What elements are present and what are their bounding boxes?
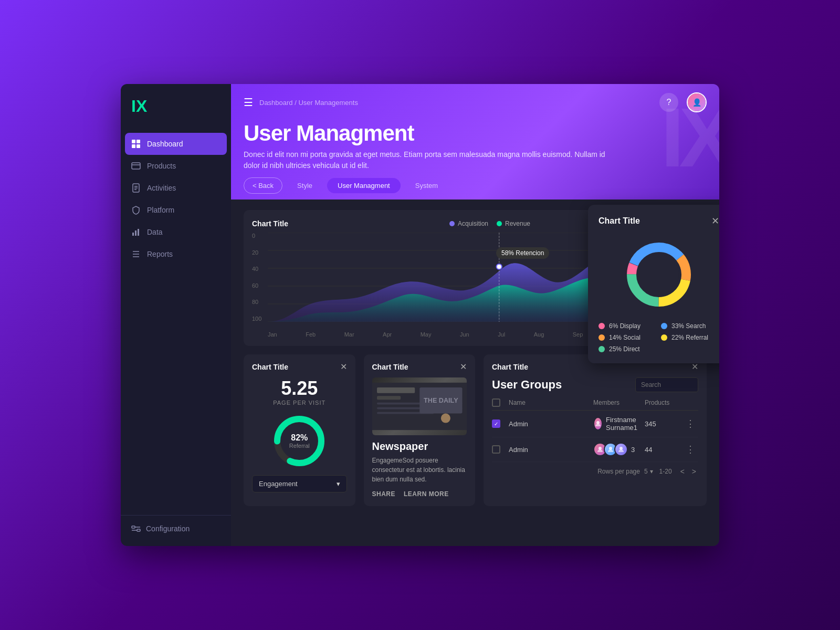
x-jul: Jul xyxy=(498,331,505,338)
rows-per-page-arrow[interactable]: ▾ xyxy=(650,468,653,475)
donut-percent: 82% xyxy=(289,433,310,443)
avatar: 👤 xyxy=(688,93,706,111)
row1-checkbox-cell: ✓ xyxy=(492,419,505,428)
chart-y-labels: 100 80 60 40 20 0 xyxy=(252,233,267,322)
row2-checkbox[interactable] xyxy=(492,445,500,454)
learn-more-link[interactable]: LEARN MORE xyxy=(404,490,449,498)
svg-point-38 xyxy=(440,414,450,423)
avatar-button[interactable]: 👤 xyxy=(687,92,707,112)
sidebar-label-products: Products xyxy=(147,162,176,170)
breadcrumb-root: Dashboard xyxy=(259,99,293,107)
sidebar-item-activities[interactable]: Activities xyxy=(121,177,231,199)
header-left: ☰ Dashboard / User Managements xyxy=(244,96,358,109)
svg-rect-4 xyxy=(132,163,140,169)
tab-user-managment[interactable]: User Managment xyxy=(327,178,401,193)
next-page-button[interactable]: > xyxy=(690,466,698,477)
svg-text:THE DAILY: THE DAILY xyxy=(424,397,458,404)
check-icon: ✓ xyxy=(494,421,498,427)
legend-acquisition: Acquisition xyxy=(449,220,488,227)
card-groups-chart-title: Chart Title xyxy=(492,363,528,371)
sidebar-item-dashboard[interactable]: Dashboard xyxy=(125,133,227,155)
display-dot xyxy=(598,323,605,329)
back-button[interactable]: < Back xyxy=(244,177,282,194)
card-groups-close[interactable]: ✕ xyxy=(691,363,698,371)
hamburger-icon[interactable]: ☰ xyxy=(244,96,253,109)
big-label: PAGE PER VISIT xyxy=(252,400,347,406)
tab-style[interactable]: Style xyxy=(287,178,323,193)
legend-referral: 22% Referral xyxy=(661,334,719,341)
select-all-checkbox[interactable] xyxy=(492,398,500,407)
y-label-80: 80 xyxy=(252,299,267,305)
referral-dot xyxy=(661,334,667,341)
share-link[interactable]: SHARE xyxy=(372,490,396,498)
groups-search-input[interactable] xyxy=(635,377,698,392)
acquisition-dot xyxy=(449,221,455,226)
donut-label: 82% Referral xyxy=(289,433,310,449)
help-button[interactable]: ? xyxy=(659,93,678,112)
logo-prefix: I xyxy=(131,97,136,116)
row2-products: 44 xyxy=(645,446,681,454)
x-apr: Apr xyxy=(383,331,392,338)
legend-social: 14% Social xyxy=(598,334,657,341)
table-footer: Rows per page 5 ▾ 1-20 < > xyxy=(492,466,698,477)
row1-member-name: Firstname Surname1 xyxy=(606,416,640,432)
col-check-header xyxy=(492,398,505,407)
sidebar-item-platform[interactable]: Platform xyxy=(121,199,231,221)
y-label-60: 60 xyxy=(252,282,267,289)
prev-page-button[interactable]: < xyxy=(678,466,687,477)
card-news-title: Chart Title xyxy=(372,363,408,371)
sidebar-item-reports[interactable]: Reports xyxy=(121,243,231,265)
col-members-header: Members xyxy=(593,399,640,406)
card-news: Chart Title ✕ xyxy=(364,354,476,506)
row2-avatar-3 xyxy=(614,443,628,456)
legend-direct: 25% Direct xyxy=(598,345,719,353)
news-desc: EngagemeSod posuere consectetur est at l… xyxy=(372,456,467,484)
sidebar-label-dashboard: Dashboard xyxy=(147,140,183,148)
donut-panel-close-button[interactable]: ✕ xyxy=(711,215,719,227)
svg-rect-31 xyxy=(377,387,415,393)
sidebar-bottom: Configuration xyxy=(121,515,231,546)
sidebar-label-reports: Reports xyxy=(147,250,173,258)
engagement-dropdown[interactable]: Engagement ▾ xyxy=(252,475,347,492)
svg-rect-11 xyxy=(135,230,136,236)
sidebar-nav: Dashboard Products xyxy=(121,129,231,515)
y-label-40: 40 xyxy=(252,266,267,272)
rows-per-page-label: Rows per page xyxy=(597,468,640,475)
chart-legend: Acquisition Revenue xyxy=(449,220,530,227)
page-nav: < > xyxy=(678,466,698,477)
card-news-close[interactable]: ✕ xyxy=(460,363,467,371)
svg-rect-3 xyxy=(136,144,140,148)
x-may: May xyxy=(421,331,432,338)
sidebar-item-products[interactable]: Products xyxy=(121,155,231,177)
bar-icon xyxy=(131,227,141,237)
row2-name: Admin xyxy=(509,446,589,454)
help-icon: ? xyxy=(667,98,671,107)
x-mar: Mar xyxy=(344,331,354,338)
sidebar-label-activities: Activities xyxy=(147,184,176,192)
x-aug: Aug xyxy=(534,331,544,338)
config-item[interactable]: Configuration xyxy=(131,524,220,533)
table-header-row: Name Members Products xyxy=(492,395,698,411)
row1-more-button[interactable]: ⋮ xyxy=(686,419,698,428)
card-groups: Chart Title ✕ User Groups Name Members P… xyxy=(484,354,707,506)
member-avatar-1 xyxy=(593,417,603,430)
x-jan: Jan xyxy=(268,331,277,338)
sidebar-item-data[interactable]: Data xyxy=(121,221,231,243)
donut-panel: Chart Title ✕ xyxy=(588,205,719,363)
svg-rect-17 xyxy=(137,529,140,531)
logo: IX xyxy=(121,84,231,129)
user-groups-title: User Groups xyxy=(492,378,562,392)
news-image: THE DAILY xyxy=(372,377,467,435)
app-wrapper: IX Dashboard xyxy=(121,84,719,546)
tab-system[interactable]: System xyxy=(405,178,448,193)
donut-panel-svg xyxy=(620,235,698,314)
row2-more-button[interactable]: ⋮ xyxy=(686,445,698,454)
donut-container: 82% Referral xyxy=(252,412,347,470)
page-range: 1-20 xyxy=(659,468,672,475)
header-top-bar: ☰ Dashboard / User Managements ? 👤 xyxy=(244,84,707,117)
card-page-visit-header: Chart Title ✕ xyxy=(252,363,347,371)
row2-member-count: 3 xyxy=(631,446,635,454)
row1-checkbox[interactable]: ✓ xyxy=(492,419,500,428)
news-title: Newspaper xyxy=(372,440,467,453)
card-pv-close[interactable]: ✕ xyxy=(340,363,347,371)
